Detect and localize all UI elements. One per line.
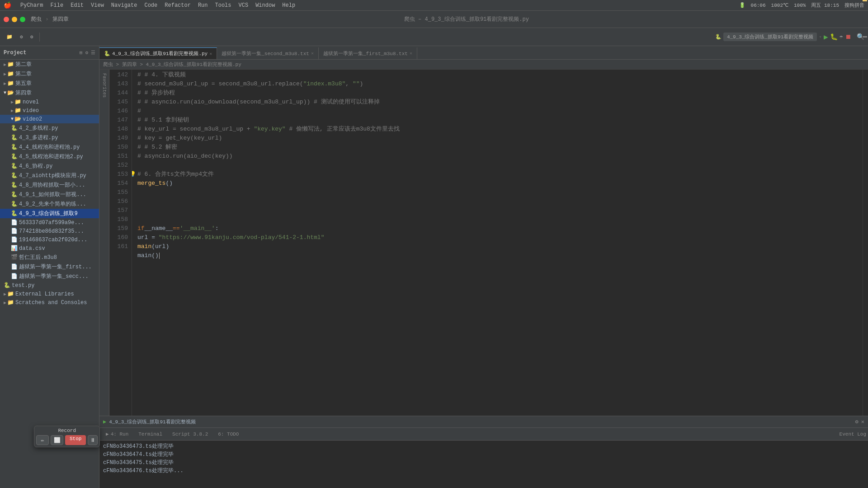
sidebar-icon-gear[interactable]: ⚙	[85, 50, 88, 56]
tree-item-sec[interactable]: 📄 越狱第一季第一集_secc...	[0, 272, 99, 281]
toolbar-vcs[interactable]: ⚙	[17, 33, 26, 41]
folder-icon: 📁	[7, 291, 14, 297]
tab-icon: 🐍	[104, 51, 110, 56]
tree-item-491[interactable]: 🐍 4_9_1_如何抓取一部视...	[0, 190, 99, 199]
tree-item-scratch[interactable]: ▶ 📁 Scratches and Consoles	[0, 298, 99, 307]
maximize-button[interactable]	[20, 17, 25, 22]
minimize-button[interactable]	[12, 17, 17, 22]
code-editor[interactable]: # # 4. 下载视频 # second_m3u8_url_up = secon…	[132, 70, 863, 416]
code-text	[137, 161, 141, 170]
menu-pycharm[interactable]: PyCharm	[20, 2, 43, 9]
tree-item-test[interactable]: 🐍 test.py	[0, 281, 99, 290]
tree-item-492[interactable]: 🐍 4_9_2_先来个简单的练...	[0, 199, 99, 209]
menu-refactor[interactable]: Refactor	[165, 2, 191, 9]
menu-vcs[interactable]: VCS	[239, 2, 249, 9]
tab-second[interactable]: 越狱第一季第一集_second_m3u8.txt ✕	[217, 47, 319, 59]
record-popup: Record ✏ ⬜ Stop ⏸	[34, 426, 100, 447]
tree-item-493[interactable]: 🐍 4_9_3_综合训练_抓取9	[0, 209, 99, 218]
tab-close-icon[interactable]: ✕	[311, 51, 314, 56]
favorites-label[interactable]: Favorites	[102, 73, 107, 98]
tree-item-48[interactable]: 🐍 4_8_用协程抓取一部小...	[0, 180, 99, 190]
tree-item-first[interactable]: 📄 越狱第一季第一集_first...	[0, 262, 99, 272]
bottom-tab-terminal[interactable]: Terminal	[134, 429, 167, 440]
tree-item-di-si[interactable]: ▼ 📂 第四章	[0, 88, 99, 98]
stop-button[interactable]: ⏹	[845, 33, 851, 41]
bottom-tab-label: 4: Run	[111, 432, 129, 437]
close-button[interactable]	[4, 17, 9, 22]
run-close-icon[interactable]: ✕	[861, 418, 864, 425]
menu-help[interactable]: Help	[282, 2, 295, 9]
tab-close-icon[interactable]: ✕	[209, 51, 212, 56]
menu-edit[interactable]: Edit	[71, 2, 84, 9]
tree-item-di-er[interactable]: ▶ 📁 第二章	[0, 60, 99, 69]
py-file-icon: 🐍	[11, 144, 18, 150]
code-text: # second_m3u8_url_up = second_m3u8_url.r…	[137, 80, 363, 89]
run-settings-icon[interactable]: ⚙	[855, 418, 859, 425]
record-pen-button[interactable]: ✏	[36, 435, 49, 445]
menu-run[interactable]: Run	[198, 2, 208, 9]
tree-item-data[interactable]: 📊 data.csv	[0, 244, 99, 253]
run-config-icon: 🐍	[715, 34, 722, 40]
code-line-158	[137, 215, 863, 224]
tree-item-video2[interactable]: ▼ 📂 video2	[0, 115, 99, 123]
record-label: Record	[58, 428, 76, 433]
menu-file[interactable]: File	[50, 2, 63, 9]
tree-item-45[interactable]: 🐍 4_5_线程池和进程池2.py	[0, 152, 99, 161]
sidebar: Project ⊞ ⚙ ☰ ▶ 📁 第二章 ▶ 📁 第二章 ▶ 📁 第五章 ▼ …	[0, 46, 99, 488]
bottom-tab-todo[interactable]: 6: TODO	[213, 429, 243, 440]
record-stop-icon-btn[interactable]: ⬜	[51, 435, 63, 445]
menu-view[interactable]: View	[91, 2, 104, 9]
menu-navigate[interactable]: Navigate	[111, 2, 137, 9]
code-line-157	[137, 206, 863, 215]
editor-scroll-area: Favorites 142 143 144 145 146 147 148 14…	[99, 70, 868, 416]
tree-item-di-er2[interactable]: ▶ 📁 第二章	[0, 69, 99, 79]
bottom-tab-label: 6: TODO	[218, 432, 239, 437]
tree-item-44[interactable]: 🐍 4_4_线程池和进程池.py	[0, 142, 99, 152]
run-config-name[interactable]: 4_9_3_综合训练_抓取91看剧完整视频	[723, 33, 817, 41]
record-stop-button[interactable]: Stop	[65, 435, 86, 445]
tab-first[interactable]: 越狱第一季第一集_first_m3u8.txt ✕	[319, 47, 417, 59]
tree-item-43[interactable]: 🐍 4_3_多进程.py	[0, 133, 99, 142]
tree-item-563[interactable]: 📄 563337d07af599a9e...	[0, 218, 99, 227]
debug-button[interactable]: 🐛	[830, 33, 838, 41]
tab-close-icon[interactable]: ✕	[410, 51, 412, 56]
menu-tools[interactable]: Tools	[215, 2, 231, 9]
tree-item-42[interactable]: 🐍 4_2_多线程.py	[0, 123, 99, 133]
event-log-icon[interactable]: Event Log	[840, 432, 866, 437]
tree-label: 第二章	[15, 61, 32, 68]
apple-menu[interactable]: 🍎	[4, 1, 11, 9]
coverage-button[interactable]: ☂	[840, 33, 843, 41]
bottom-tab-script[interactable]: Script 3.8.2	[168, 429, 212, 440]
tree-item-video[interactable]: ▶ 📁 video	[0, 106, 99, 115]
bottom-panel-actions: Event Log	[840, 432, 866, 437]
py-file-icon: 🐍	[11, 153, 18, 160]
tab-label: 越狱第一季第一集_first_m3u8.txt	[323, 50, 408, 57]
sidebar-icon-tree[interactable]: ⊞	[80, 50, 83, 56]
tree-item-novel[interactable]: ▶ 📁 novel	[0, 98, 99, 106]
toolbar-settings[interactable]: ⚙	[28, 33, 36, 41]
lightbulb-icon[interactable]: 💡	[132, 170, 136, 179]
sidebar-icon-settings[interactable]: ☰	[91, 50, 95, 56]
scrollbar-gutter[interactable]	[863, 70, 868, 416]
sidebar-icons: ⊞ ⚙ ☰	[80, 50, 95, 56]
file-icon: 📄	[11, 263, 18, 270]
run-button[interactable]: ▶	[824, 33, 828, 42]
tree-item-m3u8[interactable]: 🎬 哲仁王后.m3u8	[0, 253, 99, 262]
menu-window[interactable]: Window	[255, 2, 275, 9]
tree-item-191[interactable]: 📄 191468637cab2f020d...	[0, 235, 99, 244]
tabs-bar: 🐍 4_9_3_综合训练_抓取91看剧完整视频.py ✕ 越狱第一季第一集_se…	[99, 46, 868, 60]
tree-item-di-wu[interactable]: ▶ 📁 第五章	[0, 79, 99, 88]
tab-main-file[interactable]: 🐍 4_9_3_综合训练_抓取91看剧完整视频.py ✕	[99, 47, 217, 59]
tree-item-ext[interactable]: ▶ 📁 External Libraries	[0, 290, 99, 298]
tree-item-47[interactable]: 🐍 4_7_aiohttp模块应用.py	[0, 171, 99, 180]
tree-item-774[interactable]: 📄 774218be86d832f35...	[0, 227, 99, 235]
toolbar-project[interactable]: 📁	[4, 33, 15, 41]
bottom-tab-run[interactable]: ▶ 4: Run	[101, 429, 133, 440]
menubar: 🍎 PyCharm File Edit View Navigate Code R…	[0, 0, 868, 11]
menu-code[interactable]: Code	[144, 2, 157, 9]
record-pause-button[interactable]: ⏸	[88, 435, 98, 445]
tree-item-46[interactable]: 🐍 4_6_协程.py	[0, 161, 99, 171]
menubar-right: 🔋 06:06 1002℃ 100% 周五 18:15 搜狗拼音	[739, 2, 864, 9]
code-line-extra: main()	[137, 251, 863, 260]
code-line-155	[137, 188, 863, 197]
